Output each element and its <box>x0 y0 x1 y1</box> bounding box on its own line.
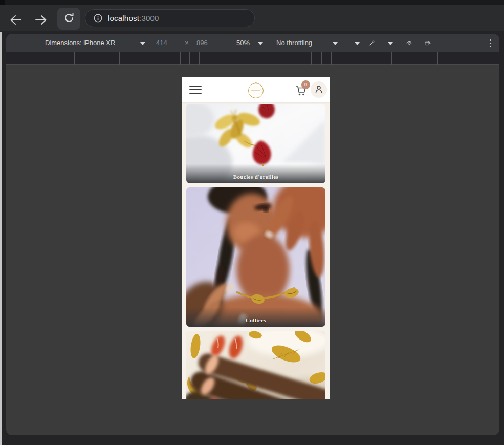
ruler-divider <box>199 52 200 65</box>
category-card-earrings[interactable]: Boucles d'oreilles <box>186 104 325 183</box>
more-options-icon[interactable] <box>484 37 496 49</box>
browser-toolbar: localhost:3000 <box>0 5 504 31</box>
brand-logo[interactable] <box>247 81 265 101</box>
brand-logo-icon <box>247 92 265 101</box>
category-card-rings[interactable] <box>186 331 325 399</box>
category-label-overlay: Colliers <box>186 307 325 327</box>
window-titlebar <box>0 0 504 5</box>
cart-button[interactable]: 0 <box>294 84 308 97</box>
category-card-necklaces[interactable]: Colliers <box>186 187 325 327</box>
ruler-divider <box>331 52 332 65</box>
eye-icon[interactable] <box>403 37 415 49</box>
back-arrow-icon <box>9 14 23 26</box>
ruler-divider <box>437 52 438 65</box>
category-label: Colliers <box>246 317 266 323</box>
url-port: :3000 <box>139 14 159 23</box>
reload-button[interactable] <box>57 8 80 30</box>
forward-arrow-icon <box>34 14 48 26</box>
eyedropper-icon[interactable] <box>366 37 378 49</box>
emulated-phone-screen: 0 <box>182 77 330 399</box>
url-bar[interactable]: localhost:3000 <box>85 9 255 27</box>
throttling-dropdown-caret-icon[interactable] <box>333 42 338 45</box>
site-header: 0 <box>182 77 330 102</box>
url-text: localhost:3000 <box>108 14 159 23</box>
categories-list: Boucles d'oreilles <box>182 102 330 399</box>
zoom-dropdown-caret-icon[interactable] <box>258 42 263 45</box>
necklace-photo <box>186 187 325 327</box>
media-query-ruler[interactable] <box>6 52 499 65</box>
ruler-divider <box>119 52 120 65</box>
ruler-divider <box>189 52 190 65</box>
category-label: Boucles d'oreilles <box>233 174 279 180</box>
ruler-divider <box>311 52 312 65</box>
viewport-height-field[interactable]: 896 <box>196 34 208 52</box>
ruler-divider <box>391 52 392 65</box>
ruler-divider <box>321 52 322 65</box>
device-dropdown[interactable]: Dimensions: iPhone XR <box>45 34 115 52</box>
person-icon <box>314 84 323 95</box>
device-dropdown-caret-icon[interactable] <box>140 42 145 45</box>
viewport-width-field[interactable]: 414 <box>156 34 167 52</box>
menu-button[interactable] <box>189 86 202 94</box>
reload-icon <box>63 12 75 25</box>
second-dropdown-caret-icon[interactable] <box>388 42 393 45</box>
cart-icon <box>295 91 307 98</box>
extra-dropdown-caret-icon[interactable] <box>355 42 360 45</box>
rings-photo <box>186 331 325 399</box>
throttling-dropdown[interactable]: No throttling <box>276 34 312 52</box>
cart-count-badge: 0 <box>301 80 310 89</box>
ruler-divider <box>180 52 181 65</box>
account-button[interactable] <box>311 81 327 98</box>
browser-window: localhost:3000 Dimensions: iPhone XR 414… <box>0 0 504 445</box>
rotate-device-icon[interactable] <box>422 37 434 49</box>
ruler-divider <box>74 52 75 65</box>
category-label-overlay: Boucles d'oreilles <box>186 164 325 183</box>
url-host: localhost <box>108 14 139 23</box>
forward-button[interactable] <box>32 11 50 29</box>
zoom-dropdown[interactable]: 50% <box>236 34 250 52</box>
device-toolbar: Dimensions: iPhone XR 414 × 896 50% No t… <box>6 34 499 52</box>
window-left-edge <box>0 32 2 445</box>
dimensions-times-label: × <box>185 34 189 52</box>
site-info-icon[interactable] <box>92 13 103 24</box>
back-button[interactable] <box>7 11 25 29</box>
window-corner <box>0 0 5 5</box>
